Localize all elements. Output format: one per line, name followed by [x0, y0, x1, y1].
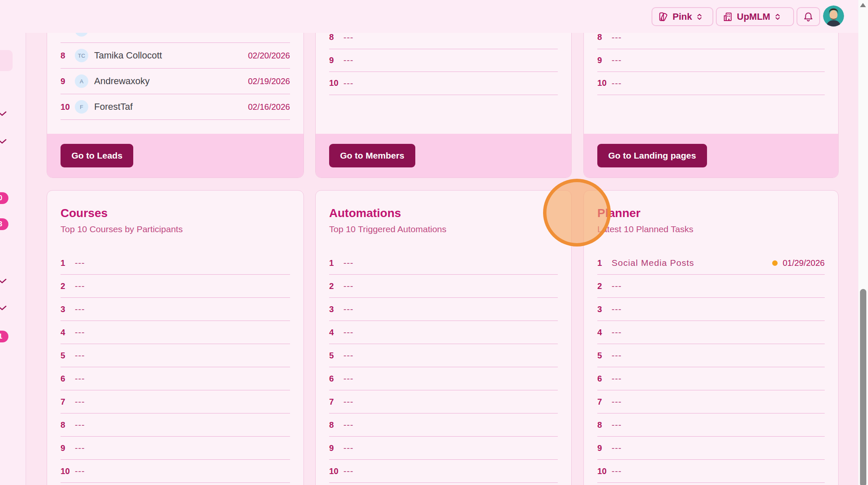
- courses-list: 1---2---3---4---5---6---7---8---9---10--…: [61, 252, 290, 483]
- row-title: ---: [343, 374, 354, 384]
- row-title: ---: [612, 78, 622, 88]
- scrollbar-thumb[interactable]: [860, 289, 866, 485]
- list-item: 1---: [329, 252, 558, 275]
- planner-card: Planner Latest 10 Planned Tasks 1Social …: [583, 190, 839, 485]
- list-item: 10---: [597, 72, 825, 95]
- row-rank: 10: [597, 466, 612, 476]
- row-rank: 5: [61, 351, 75, 360]
- row-title: ---: [612, 443, 622, 453]
- chevron-up-down-icon: [774, 13, 781, 21]
- list-item: 5---: [329, 344, 558, 367]
- row-rank: 7: [597, 397, 612, 407]
- chevron-down-icon[interactable]: [0, 278, 7, 284]
- chevron-down-icon[interactable]: [0, 138, 7, 144]
- row-rank: 8: [329, 420, 343, 430]
- row-title: ---: [343, 397, 354, 407]
- scrollbar-up-arrow-icon[interactable]: [860, 3, 866, 7]
- list-item: 2---: [61, 275, 290, 298]
- row-date: 02/16/2026: [248, 102, 290, 112]
- row-rank: 3: [329, 305, 343, 314]
- list-item: 1Social Media Posts01/29/2026: [597, 252, 825, 275]
- theme-selector[interactable]: Pink: [652, 7, 713, 26]
- members-list: 8---9---10---: [329, 26, 558, 95]
- row-date: 02/19/2026: [248, 77, 290, 86]
- row-rank: 1: [597, 258, 612, 268]
- organization-selector-label: UpMLM: [737, 11, 770, 22]
- row-right-group: 02/19/2026: [248, 77, 290, 86]
- go-to-leads-button[interactable]: Go to Leads: [61, 144, 133, 167]
- list-item: 9---: [329, 437, 558, 460]
- top-bar: Pink UpMLM: [0, 0, 858, 33]
- row-date: 01/29/2026: [783, 258, 825, 268]
- list-item: 8TCTamika Collocott02/20/2026: [61, 43, 290, 69]
- row-rank: 6: [597, 374, 612, 384]
- row-right-group: 02/16/2026: [248, 102, 290, 112]
- list-item: 8---: [597, 413, 825, 437]
- initials-avatar: F: [75, 100, 88, 114]
- list-item: 4---: [329, 321, 558, 344]
- row-title: ---: [343, 350, 354, 360]
- row-rank: 9: [61, 77, 75, 86]
- list-item: 9---: [329, 49, 558, 72]
- go-to-landing-pages-button[interactable]: Go to Landing pages: [597, 144, 707, 167]
- row-rank: 9: [61, 443, 75, 453]
- list-item: 3---: [329, 298, 558, 321]
- row-rank: 5: [597, 351, 612, 360]
- list-item: 7---: [329, 390, 558, 413]
- row-rank: 10: [329, 466, 343, 476]
- vertical-scrollbar: [858, 0, 868, 485]
- courses-card: Courses Top 10 Courses by Participants 1…: [47, 190, 304, 485]
- user-avatar[interactable]: [823, 5, 844, 27]
- chevron-down-icon[interactable]: [0, 305, 7, 311]
- row-rank: 8: [61, 51, 75, 61]
- row-rank: 8: [597, 420, 612, 430]
- row-title: ---: [343, 258, 354, 268]
- row-title: ---: [75, 350, 85, 360]
- row-title: ---: [343, 466, 354, 476]
- card-subtitle: Top 10 Courses by Participants: [61, 224, 183, 234]
- row-title: ---: [343, 32, 354, 42]
- row-date: 02/20/2026: [248, 51, 290, 61]
- row-rank: 1: [61, 258, 75, 268]
- row-title: ---: [343, 304, 354, 314]
- list-item: 6---: [597, 367, 825, 390]
- list-item: 6---: [329, 367, 558, 390]
- dashboard-page: 0 3 1 78TCTamika Collocott02/20/20269AAn…: [0, 0, 868, 485]
- initials-avatar: A: [75, 74, 88, 88]
- planner-list: 1Social Media Posts01/29/20262---3---4--…: [597, 252, 825, 483]
- row-title: ---: [75, 420, 85, 430]
- notifications-button[interactable]: [797, 7, 820, 26]
- row-rank: 8: [597, 32, 612, 42]
- row-title: ---: [75, 258, 85, 268]
- color-swatch-icon: [658, 12, 668, 22]
- avatar-image: [823, 5, 844, 27]
- row-right-group: 02/20/2026: [248, 51, 290, 61]
- list-item: 3---: [61, 298, 290, 321]
- row-title: ---: [75, 374, 85, 384]
- chevron-down-icon[interactable]: [0, 111, 7, 117]
- go-to-members-button[interactable]: Go to Members: [329, 144, 415, 167]
- organization-selector[interactable]: UpMLM: [716, 7, 794, 26]
- row-title: Andrewaxoky: [94, 76, 150, 87]
- row-rank: 10: [61, 466, 75, 476]
- row-title: ---: [75, 281, 85, 291]
- row-rank: 8: [329, 32, 343, 42]
- row-rank: 10: [597, 78, 612, 88]
- row-title: ---: [612, 281, 622, 291]
- theme-selector-label: Pink: [673, 11, 692, 22]
- list-item: 4---: [597, 321, 825, 344]
- row-title: ---: [343, 420, 354, 430]
- row-rank: 2: [597, 281, 612, 291]
- list-item: 7---: [597, 390, 825, 413]
- row-rank: 9: [329, 56, 343, 65]
- row-title: ---: [75, 327, 85, 337]
- row-title: ---: [343, 443, 354, 453]
- row-rank: 6: [61, 374, 75, 384]
- list-item: 9---: [597, 437, 825, 460]
- row-title: ---: [612, 466, 622, 476]
- row-rank: 9: [597, 443, 612, 453]
- automations-list: 1---2---3---4---5---6---7---8---9---10--…: [329, 252, 558, 483]
- sidebar-count-badge: 1: [0, 331, 8, 342]
- leads-card-footer: Go to Leads: [47, 134, 303, 178]
- sidebar-active-item[interactable]: [0, 50, 13, 71]
